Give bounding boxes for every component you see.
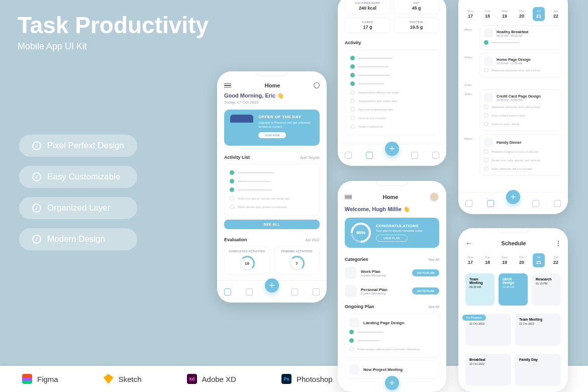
check-todo-icon[interactable]	[350, 116, 355, 120]
check-done-icon[interactable]	[350, 56, 355, 60]
check-icon[interactable]	[484, 113, 488, 118]
day-cell[interactable]: Tue18	[481, 7, 494, 21]
home-icon[interactable]	[345, 152, 352, 159]
check-todo-icon[interactable]	[350, 107, 355, 112]
check-icon[interactable]	[484, 149, 488, 154]
check-todo-icon[interactable]	[350, 124, 355, 129]
profile-icon[interactable]	[554, 200, 561, 207]
figma-icon	[22, 374, 32, 384]
check-done-icon[interactable]	[349, 338, 354, 343]
profile-icon[interactable]	[432, 152, 439, 159]
bell-icon[interactable]	[314, 82, 320, 88]
schedule-card[interactable]: Breakfast22 Oct 2022	[465, 354, 511, 386]
greeting-date: Today, 17 Oct 2022	[224, 100, 320, 105]
day-cell[interactable]: Sat22	[550, 7, 562, 21]
ongoing-card[interactable]: Landing Page Design ━━━━━━━━━━━━━ ━━━━━━…	[345, 313, 439, 358]
check-icon[interactable]	[484, 40, 488, 45]
day-cell[interactable]: Mon17	[464, 7, 476, 21]
menu-icon[interactable]	[224, 83, 231, 88]
on-progress-badge: On Progress	[462, 315, 486, 321]
day-cell[interactable]: Thu20	[516, 253, 528, 267]
event-card[interactable]: Credit Card Page Design12.00 AM - 02.00 …	[479, 89, 562, 131]
check-icon[interactable]	[484, 105, 488, 109]
check-todo-icon[interactable]	[350, 99, 355, 103]
calendar-icon[interactable]	[366, 152, 373, 159]
category-item[interactable]: Work Plan5 plans RemainingGO TO PLAN	[338, 264, 446, 282]
day-cell[interactable]: Thu20	[516, 7, 528, 21]
check-done-icon[interactable]	[230, 187, 234, 192]
see-all-link[interactable]: See All	[428, 305, 439, 309]
event-icon	[484, 56, 493, 65]
stat-card[interactable]: CALORIES BURN240 kcal	[345, 0, 390, 14]
view-plan-button[interactable]: VIEW PLAN	[376, 235, 408, 242]
check-done-icon[interactable]	[230, 170, 234, 175]
check-icon[interactable]	[484, 166, 488, 171]
pending-card[interactable]: PENDING ACTIVITIES7	[274, 246, 320, 274]
avatar[interactable]	[429, 192, 439, 202]
join-now-button[interactable]: JOIN NOW	[258, 132, 285, 138]
event-card[interactable]: Home Page Design10.00 AM - 11.00 AMMaece…	[479, 53, 562, 77]
congrats-card[interactable]: 95% CONGRATULATIONS Your plan is almost …	[345, 218, 439, 248]
stat-card[interactable]: FAT45 g	[394, 0, 439, 14]
check-done-icon[interactable]	[230, 179, 234, 183]
more-icon[interactable]: ⋮	[555, 239, 561, 247]
check-done-icon[interactable]	[350, 81, 355, 86]
check-icon[interactable]	[484, 122, 488, 126]
menu-icon[interactable]	[345, 195, 352, 200]
fab-add-button[interactable]: +	[385, 142, 399, 156]
day-cell[interactable]: Wed19	[499, 7, 511, 21]
see-all-button[interactable]: SEE ALL	[224, 220, 320, 229]
feature-pill: ✓Modern Design	[19, 228, 137, 250]
profile-icon[interactable]	[313, 288, 320, 296]
chart-icon[interactable]	[291, 288, 298, 296]
features-list: ✓Pixel Perfext Design ✓Easy Customizable…	[19, 135, 137, 250]
chart-icon[interactable]	[532, 200, 539, 207]
check-done-icon[interactable]	[350, 64, 355, 69]
schedule-card[interactable]: UI/UX Design10:20 AM	[499, 273, 528, 306]
check-icon[interactable]	[484, 68, 488, 72]
schedule-card[interactable]: Team Meeting22 Oct 2022	[515, 314, 561, 346]
completed-card[interactable]: COMPLETED ACTIVITIES19	[224, 246, 270, 274]
check-todo-icon[interactable]	[230, 205, 234, 209]
home-icon[interactable]	[465, 200, 472, 207]
check-done-icon[interactable]	[349, 330, 354, 334]
phone-schedule: ← Schedule ⋮ Mon17Tue18Wed19Thu20Fri21Sa…	[458, 228, 568, 392]
go-to-plan-button[interactable]: GO TO PLAN	[412, 287, 439, 295]
schedule-card[interactable]: Research01:15 PM	[532, 273, 561, 306]
check-todo-icon[interactable]	[230, 196, 234, 201]
go-to-plan-button[interactable]: GO TO PLAN	[412, 269, 439, 276]
day-cell[interactable]: Mon17	[464, 253, 476, 267]
event-card[interactable]: Family DinnerPhasellus fringilla nisl do…	[479, 134, 562, 176]
check-done-icon[interactable]	[350, 73, 355, 77]
category-item[interactable]: Personal Plan8 plans RemainingGO TO PLAN	[338, 282, 446, 300]
day-cell[interactable]: Tue18	[481, 253, 494, 267]
home-icon[interactable]	[224, 288, 231, 296]
event-card[interactable]: Healthy Breakfast08.00 AM - 09.00 AM━━━━…	[479, 25, 562, 50]
back-icon[interactable]: ←	[465, 239, 472, 247]
stat-card[interactable]: CARBS17 g	[345, 17, 390, 33]
fab-add-button[interactable]: +	[265, 278, 279, 292]
schedule-card[interactable]: Family Day	[515, 354, 561, 386]
fab-add-button[interactable]: +	[385, 376, 399, 390]
offer-card[interactable]: OFFER OF THE DAY Upgrade to Premium and …	[224, 110, 320, 146]
folder-icon	[345, 267, 357, 279]
photoshop-icon: Ps	[281, 374, 291, 384]
fab-add-button[interactable]: +	[506, 190, 520, 204]
calendar-icon[interactable]	[246, 288, 253, 296]
event-icon	[484, 29, 493, 38]
check-todo-icon[interactable]	[350, 90, 355, 94]
event-icon	[484, 138, 493, 147]
check-todo-icon[interactable]	[349, 347, 354, 351]
see-all-link[interactable]: See All	[428, 258, 439, 261]
chart-icon[interactable]	[411, 152, 418, 159]
calendar-icon[interactable]	[487, 200, 494, 207]
day-cell[interactable]: Wed19	[499, 253, 511, 267]
day-cell[interactable]: Fri21	[533, 7, 545, 21]
day-cell[interactable]: Sat22	[550, 253, 562, 267]
check-icon: ✓	[32, 141, 41, 150]
more-icon[interactable]: ⋮	[555, 0, 561, 1]
schedule-card[interactable]: Team Meeting09:30 AM	[465, 273, 495, 306]
check-icon[interactable]	[484, 158, 488, 162]
day-cell[interactable]: Fri21	[533, 253, 545, 267]
stat-card[interactable]: PROTEIN19.5 g	[394, 17, 439, 33]
